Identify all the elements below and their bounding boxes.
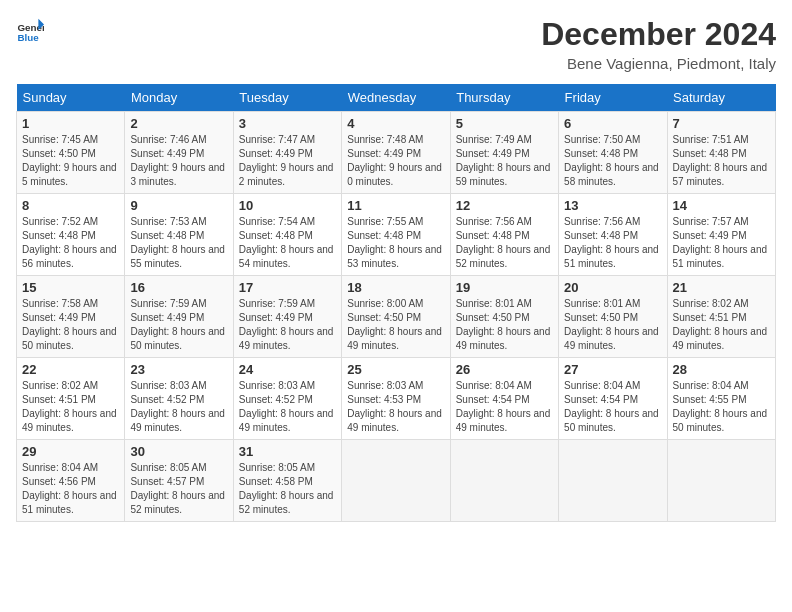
day-number: 1 xyxy=(22,116,119,131)
day-number: 25 xyxy=(347,362,444,377)
day-number: 11 xyxy=(347,198,444,213)
header-sunday: Sunday xyxy=(17,84,125,112)
day-number: 14 xyxy=(673,198,770,213)
day-info: Sunrise: 7:50 AMSunset: 4:48 PMDaylight:… xyxy=(564,133,661,189)
day-number: 30 xyxy=(130,444,227,459)
header-friday: Friday xyxy=(559,84,667,112)
calendar-cell: 13 Sunrise: 7:56 AMSunset: 4:48 PMDaylig… xyxy=(559,194,667,276)
day-info: Sunrise: 7:57 AMSunset: 4:49 PMDaylight:… xyxy=(673,215,770,271)
header-wednesday: Wednesday xyxy=(342,84,450,112)
calendar-cell: 23 Sunrise: 8:03 AMSunset: 4:52 PMDaylig… xyxy=(125,358,233,440)
logo: General Blue xyxy=(16,16,44,44)
calendar-cell: 30 Sunrise: 8:05 AMSunset: 4:57 PMDaylig… xyxy=(125,440,233,522)
calendar-cell: 27 Sunrise: 8:04 AMSunset: 4:54 PMDaylig… xyxy=(559,358,667,440)
day-info: Sunrise: 7:46 AMSunset: 4:49 PMDaylight:… xyxy=(130,133,227,189)
calendar-cell: 21 Sunrise: 8:02 AMSunset: 4:51 PMDaylig… xyxy=(667,276,775,358)
day-number: 20 xyxy=(564,280,661,295)
calendar-cell: 22 Sunrise: 8:02 AMSunset: 4:51 PMDaylig… xyxy=(17,358,125,440)
calendar-cell: 8 Sunrise: 7:52 AMSunset: 4:48 PMDayligh… xyxy=(17,194,125,276)
day-number: 3 xyxy=(239,116,336,131)
calendar-cell: 15 Sunrise: 7:58 AMSunset: 4:49 PMDaylig… xyxy=(17,276,125,358)
calendar-cell: 16 Sunrise: 7:59 AMSunset: 4:49 PMDaylig… xyxy=(125,276,233,358)
day-info: Sunrise: 8:02 AMSunset: 4:51 PMDaylight:… xyxy=(673,297,770,353)
page-header: General Blue December 2024 Bene Vagienna… xyxy=(16,16,776,72)
day-info: Sunrise: 7:59 AMSunset: 4:49 PMDaylight:… xyxy=(239,297,336,353)
day-number: 29 xyxy=(22,444,119,459)
weekday-header-row: Sunday Monday Tuesday Wednesday Thursday… xyxy=(17,84,776,112)
day-info: Sunrise: 8:05 AMSunset: 4:57 PMDaylight:… xyxy=(130,461,227,517)
calendar-cell xyxy=(559,440,667,522)
day-info: Sunrise: 7:48 AMSunset: 4:49 PMDaylight:… xyxy=(347,133,444,189)
header-monday: Monday xyxy=(125,84,233,112)
day-number: 10 xyxy=(239,198,336,213)
day-number: 9 xyxy=(130,198,227,213)
day-number: 16 xyxy=(130,280,227,295)
calendar-week-row: 1 Sunrise: 7:45 AMSunset: 4:50 PMDayligh… xyxy=(17,112,776,194)
day-number: 15 xyxy=(22,280,119,295)
day-info: Sunrise: 7:55 AMSunset: 4:48 PMDaylight:… xyxy=(347,215,444,271)
calendar-week-row: 22 Sunrise: 8:02 AMSunset: 4:51 PMDaylig… xyxy=(17,358,776,440)
month-title: December 2024 xyxy=(541,16,776,53)
day-number: 26 xyxy=(456,362,553,377)
header-thursday: Thursday xyxy=(450,84,558,112)
calendar-cell: 11 Sunrise: 7:55 AMSunset: 4:48 PMDaylig… xyxy=(342,194,450,276)
day-info: Sunrise: 8:03 AMSunset: 4:52 PMDaylight:… xyxy=(239,379,336,435)
day-info: Sunrise: 7:53 AMSunset: 4:48 PMDaylight:… xyxy=(130,215,227,271)
calendar-cell: 20 Sunrise: 8:01 AMSunset: 4:50 PMDaylig… xyxy=(559,276,667,358)
day-info: Sunrise: 8:03 AMSunset: 4:52 PMDaylight:… xyxy=(130,379,227,435)
header-saturday: Saturday xyxy=(667,84,775,112)
calendar-table: Sunday Monday Tuesday Wednesday Thursday… xyxy=(16,84,776,522)
day-number: 7 xyxy=(673,116,770,131)
calendar-cell: 6 Sunrise: 7:50 AMSunset: 4:48 PMDayligh… xyxy=(559,112,667,194)
calendar-week-row: 29 Sunrise: 8:04 AMSunset: 4:56 PMDaylig… xyxy=(17,440,776,522)
calendar-cell: 10 Sunrise: 7:54 AMSunset: 4:48 PMDaylig… xyxy=(233,194,341,276)
day-info: Sunrise: 8:01 AMSunset: 4:50 PMDaylight:… xyxy=(456,297,553,353)
calendar-cell xyxy=(667,440,775,522)
day-number: 18 xyxy=(347,280,444,295)
calendar-cell: 7 Sunrise: 7:51 AMSunset: 4:48 PMDayligh… xyxy=(667,112,775,194)
day-info: Sunrise: 7:54 AMSunset: 4:48 PMDaylight:… xyxy=(239,215,336,271)
day-info: Sunrise: 7:58 AMSunset: 4:49 PMDaylight:… xyxy=(22,297,119,353)
calendar-cell: 12 Sunrise: 7:56 AMSunset: 4:48 PMDaylig… xyxy=(450,194,558,276)
calendar-cell xyxy=(450,440,558,522)
day-info: Sunrise: 8:04 AMSunset: 4:54 PMDaylight:… xyxy=(564,379,661,435)
day-info: Sunrise: 8:04 AMSunset: 4:55 PMDaylight:… xyxy=(673,379,770,435)
calendar-cell: 18 Sunrise: 8:00 AMSunset: 4:50 PMDaylig… xyxy=(342,276,450,358)
day-number: 27 xyxy=(564,362,661,377)
day-info: Sunrise: 7:59 AMSunset: 4:49 PMDaylight:… xyxy=(130,297,227,353)
calendar-cell: 25 Sunrise: 8:03 AMSunset: 4:53 PMDaylig… xyxy=(342,358,450,440)
day-info: Sunrise: 7:45 AMSunset: 4:50 PMDaylight:… xyxy=(22,133,119,189)
calendar-week-row: 15 Sunrise: 7:58 AMSunset: 4:49 PMDaylig… xyxy=(17,276,776,358)
header-tuesday: Tuesday xyxy=(233,84,341,112)
day-info: Sunrise: 8:05 AMSunset: 4:58 PMDaylight:… xyxy=(239,461,336,517)
day-number: 28 xyxy=(673,362,770,377)
location-title: Bene Vagienna, Piedmont, Italy xyxy=(541,55,776,72)
title-area: December 2024 Bene Vagienna, Piedmont, I… xyxy=(541,16,776,72)
calendar-cell: 26 Sunrise: 8:04 AMSunset: 4:54 PMDaylig… xyxy=(450,358,558,440)
day-info: Sunrise: 8:04 AMSunset: 4:54 PMDaylight:… xyxy=(456,379,553,435)
day-number: 21 xyxy=(673,280,770,295)
day-number: 4 xyxy=(347,116,444,131)
calendar-cell: 29 Sunrise: 8:04 AMSunset: 4:56 PMDaylig… xyxy=(17,440,125,522)
calendar-week-row: 8 Sunrise: 7:52 AMSunset: 4:48 PMDayligh… xyxy=(17,194,776,276)
day-info: Sunrise: 8:01 AMSunset: 4:50 PMDaylight:… xyxy=(564,297,661,353)
calendar-cell xyxy=(342,440,450,522)
day-info: Sunrise: 8:03 AMSunset: 4:53 PMDaylight:… xyxy=(347,379,444,435)
calendar-cell: 17 Sunrise: 7:59 AMSunset: 4:49 PMDaylig… xyxy=(233,276,341,358)
calendar-cell: 1 Sunrise: 7:45 AMSunset: 4:50 PMDayligh… xyxy=(17,112,125,194)
day-number: 13 xyxy=(564,198,661,213)
day-number: 6 xyxy=(564,116,661,131)
calendar-cell: 2 Sunrise: 7:46 AMSunset: 4:49 PMDayligh… xyxy=(125,112,233,194)
day-info: Sunrise: 7:47 AMSunset: 4:49 PMDaylight:… xyxy=(239,133,336,189)
calendar-cell: 28 Sunrise: 8:04 AMSunset: 4:55 PMDaylig… xyxy=(667,358,775,440)
calendar-cell: 9 Sunrise: 7:53 AMSunset: 4:48 PMDayligh… xyxy=(125,194,233,276)
day-number: 5 xyxy=(456,116,553,131)
day-number: 31 xyxy=(239,444,336,459)
day-number: 17 xyxy=(239,280,336,295)
day-info: Sunrise: 8:00 AMSunset: 4:50 PMDaylight:… xyxy=(347,297,444,353)
calendar-cell: 5 Sunrise: 7:49 AMSunset: 4:49 PMDayligh… xyxy=(450,112,558,194)
day-number: 19 xyxy=(456,280,553,295)
calendar-cell: 4 Sunrise: 7:48 AMSunset: 4:49 PMDayligh… xyxy=(342,112,450,194)
day-number: 23 xyxy=(130,362,227,377)
day-info: Sunrise: 7:56 AMSunset: 4:48 PMDaylight:… xyxy=(564,215,661,271)
